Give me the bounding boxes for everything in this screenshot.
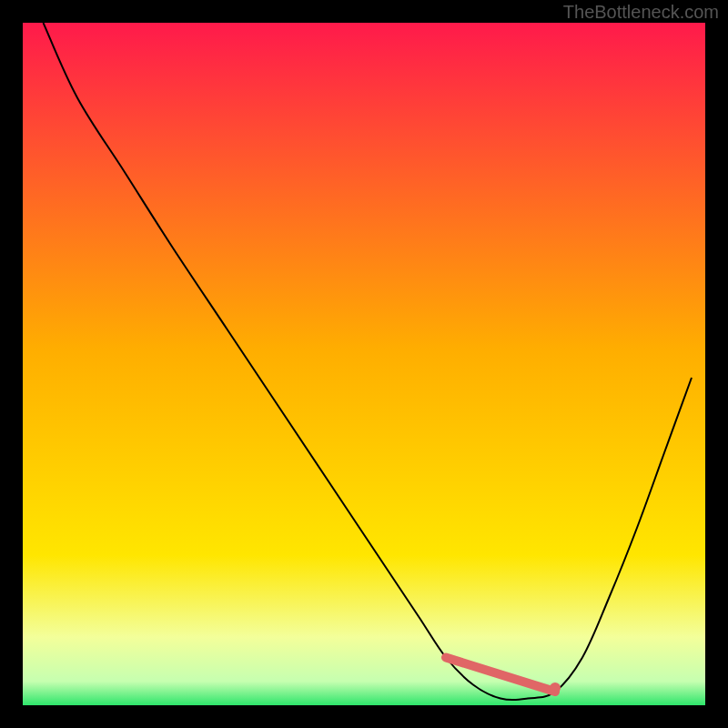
curve-layer (23, 23, 705, 705)
chart-frame: TheBottleneck.com (0, 0, 728, 728)
sweet-spot-end-dot (550, 682, 561, 693)
plot-area (23, 23, 705, 705)
watermark-text: TheBottleneck.com (563, 2, 719, 23)
bottleneck-curve (44, 23, 693, 700)
